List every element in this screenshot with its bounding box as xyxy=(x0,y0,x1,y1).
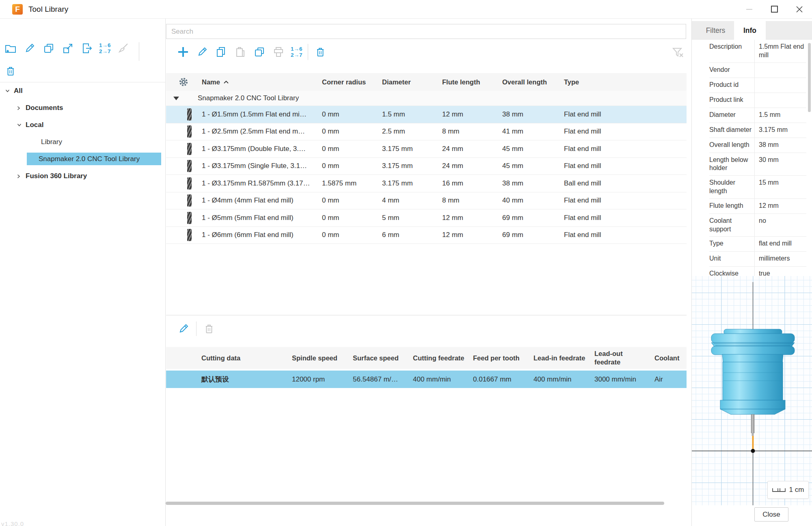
end-mill-icon xyxy=(187,108,192,121)
title-bar: F Tool Library xyxy=(0,0,812,19)
delete-tool-button[interactable] xyxy=(313,45,327,59)
clean-library-button[interactable] xyxy=(116,41,130,55)
table-row[interactable]: 1 - Ø1.5mm (1.5mm Flat end mi…0 mm1.5 mm… xyxy=(166,106,687,123)
tree-item[interactable]: Local xyxy=(0,116,165,134)
delete-preset-button[interactable] xyxy=(202,322,216,336)
add-tool-button[interactable] xyxy=(176,45,190,59)
export-icon xyxy=(81,42,93,54)
table-row[interactable]: 1 - Ø3.175mm (Double Flute, 3.…0 mm3.175… xyxy=(166,140,687,158)
edit-tool-button[interactable] xyxy=(195,45,209,59)
table-row[interactable]: 1 - Ø4mm (4mm Flat end mill)0 mm4 mm8 mm… xyxy=(166,192,687,210)
chevron-down-icon[interactable] xyxy=(5,89,10,93)
cell-lead-in-feedrate: 400 mm/min xyxy=(530,375,591,384)
column-header-cutting-feedrate[interactable]: Cutting feedrate xyxy=(410,351,470,365)
renumber-tools-button[interactable]: 1→6 2→7 xyxy=(291,46,302,58)
end-mill-icon xyxy=(187,229,192,241)
table-row[interactable]: 1 - Ø6mm (6mm Flat end mill)0 mm6 mm12 m… xyxy=(166,227,687,244)
export-library-button[interactable] xyxy=(80,41,94,55)
scale-label: 1 cm xyxy=(789,486,804,494)
clear-filter-button[interactable] xyxy=(671,45,685,59)
column-header-surface-speed[interactable]: Surface speed xyxy=(350,351,410,365)
collapse-group-icon[interactable] xyxy=(173,97,179,100)
info-field-label: Product id xyxy=(709,78,755,93)
info-field-label: Length below holder xyxy=(709,153,755,176)
tool-icon-cell xyxy=(184,177,199,190)
chevron-right-icon[interactable] xyxy=(17,106,22,110)
preset-row[interactable]: 默认预设12000 rpm56.54867 m/…400 mm/min0.016… xyxy=(166,371,687,388)
close-button[interactable]: Close xyxy=(754,507,788,522)
chevron-right-icon[interactable] xyxy=(17,174,22,179)
paste-tool-button[interactable] xyxy=(233,45,247,59)
column-header-feed-per-tooth[interactable]: Feed per tooth xyxy=(470,351,530,365)
table-row[interactable]: 1 - Ø3.175mm (Single Flute, 3.1…0 mm3.17… xyxy=(166,158,687,175)
cell-flute-length: 24 mm xyxy=(439,145,499,153)
column-header-spindle-speed[interactable]: Spindle speed xyxy=(289,351,350,365)
tree-item[interactable]: Fusion 360 Library xyxy=(0,168,165,185)
tree-item-label: All xyxy=(14,87,23,95)
column-header-lead-in-feedrate[interactable]: Lead-in feedrate xyxy=(530,351,591,365)
column-header-overall-length[interactable]: Overall length xyxy=(499,78,561,86)
renumber-tools-button[interactable]: 1→6 2→7 xyxy=(99,42,111,54)
table-row[interactable]: 1 - Ø2.5mm (2.5mm Flat end m…0 mm2.5 mm8… xyxy=(166,123,687,141)
panel-divider xyxy=(166,315,687,315)
column-header-diameter[interactable]: Diameter xyxy=(379,78,439,86)
table-row[interactable]: 1 - Ø3.175mm R1.5875mm (3.17…1.5875 mm3.… xyxy=(166,175,687,192)
info-field-row: Shaft diameter3.175 mm xyxy=(709,123,806,138)
table-row[interactable]: 1 - Ø5mm (5mm Flat end mill)0 mm5 mm12 m… xyxy=(166,209,687,227)
info-field-row: Flute length12 mm xyxy=(709,199,806,214)
library-group-row[interactable]: Snapmaker 2.0 CNC Tool Library xyxy=(166,91,687,106)
tree-item[interactable]: Snapmaker 2.0 CNC Tool Library xyxy=(0,151,165,168)
cell-corner-radius: 1.5875 mm xyxy=(319,179,379,188)
vertical-scrollbar[interactable] xyxy=(808,43,811,112)
chevron-down-icon[interactable] xyxy=(17,123,22,127)
column-header-name[interactable]: Name xyxy=(199,78,319,86)
cell-overall-length: 41 mm xyxy=(499,127,561,136)
tree-item[interactable]: Documents xyxy=(0,99,165,116)
column-header-coolant[interactable]: Coolant xyxy=(651,351,687,365)
tab-filters[interactable]: Filters xyxy=(697,21,734,40)
cell-name: 1 - Ø1.5mm (1.5mm Flat end mi… xyxy=(199,110,319,119)
info-field-label: Vendor xyxy=(709,63,755,78)
horizontal-scrollbar[interactable] xyxy=(166,502,664,505)
paste-icon xyxy=(234,46,246,58)
tool-library-window: F Tool Library xyxy=(0,0,812,526)
print-tool-button[interactable] xyxy=(272,45,285,59)
copy-icon xyxy=(215,46,227,58)
cell-name: 1 - Ø2.5mm (2.5mm Flat end m… xyxy=(199,127,319,136)
info-field-value: 30 mm xyxy=(755,153,806,176)
cell-flute-length: 12 mm xyxy=(439,231,499,239)
copy-to-library-button[interactable] xyxy=(61,41,75,55)
table-settings-button[interactable] xyxy=(178,77,189,87)
tree-item[interactable]: All xyxy=(0,82,165,99)
copy-tool-button[interactable] xyxy=(214,45,228,59)
new-library-button[interactable] xyxy=(4,41,17,55)
info-field-value xyxy=(755,63,806,78)
edit-preset-button[interactable] xyxy=(177,322,190,336)
maximize-button[interactable] xyxy=(762,0,787,18)
column-header-corner-radius[interactable]: Corner radius xyxy=(319,78,379,86)
cell-diameter: 5 mm xyxy=(379,214,439,222)
delete-library-button[interactable] xyxy=(4,64,17,78)
column-header-cutting-data[interactable]: Cutting data xyxy=(166,351,289,365)
column-header-flute-length[interactable]: Flute length xyxy=(439,78,499,86)
search-input[interactable] xyxy=(166,24,686,39)
tab-info[interactable]: Info xyxy=(734,21,766,40)
column-header-type[interactable]: Type xyxy=(561,78,687,86)
minimize-button[interactable] xyxy=(736,0,762,18)
info-field-label: Unit xyxy=(709,252,755,266)
cell-type: Flat end mill xyxy=(561,110,687,119)
tool-preview: 1 cm xyxy=(692,276,812,505)
info-field-row: Unitmillimeters xyxy=(709,252,806,267)
edit-library-button[interactable] xyxy=(23,41,37,55)
close-window-button[interactable] xyxy=(787,0,812,18)
close-icon xyxy=(796,6,803,13)
duplicate-tool-button[interactable] xyxy=(253,45,266,59)
edit-icon xyxy=(196,46,208,58)
library-sidebar: 1→6 2→7 AllDocumentsLocalLibrarySnapmake… xyxy=(0,19,166,526)
tree-item[interactable]: Library xyxy=(0,134,165,151)
edit-icon xyxy=(177,323,190,335)
duplicate-library-button[interactable] xyxy=(42,41,56,55)
info-field-value: 1.5 mm xyxy=(755,108,806,123)
delete-icon xyxy=(314,46,326,58)
column-header-lead-out-feedrate[interactable]: Lead-out feedrate xyxy=(591,347,651,369)
